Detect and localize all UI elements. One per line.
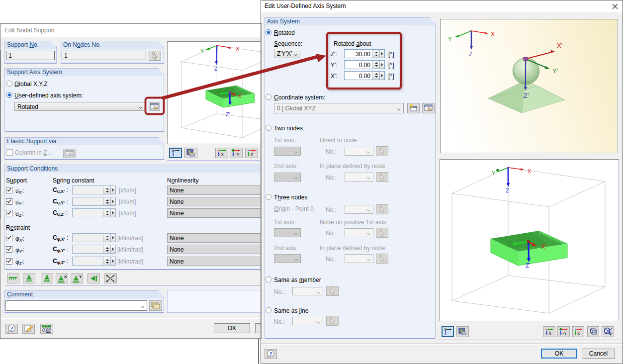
svg-text:-Y: -Y — [235, 152, 240, 157]
svg-text:0.00: 0.00 — [42, 328, 51, 333]
svg-text:Y: Y — [448, 36, 452, 43]
svg-text:X: X — [221, 152, 224, 157]
svg-text:Z': Z' — [226, 111, 230, 117]
svg-text:X: X — [491, 31, 495, 38]
svg-text:X: X — [528, 168, 532, 174]
svg-text:-Y: -Y — [562, 331, 567, 336]
svg-text:Z: Z — [469, 51, 472, 58]
svg-text:Y: Y — [200, 48, 204, 54]
svg-text:Z: Z — [214, 66, 218, 72]
svg-text:Y': Y' — [503, 241, 507, 247]
svg-text:X: X — [64, 274, 67, 279]
svg-text:Z': Z' — [526, 262, 531, 269]
svg-text:Y: Y — [79, 274, 82, 279]
svg-text:?: ? — [10, 325, 13, 332]
svg-text:Z: Z — [577, 331, 580, 336]
svg-text:Z: Z — [251, 152, 254, 157]
svg-text:X: X — [548, 331, 551, 336]
svg-text:?: ? — [269, 351, 272, 358]
svg-text:Y': Y' — [552, 67, 558, 75]
svg-text:X': X' — [557, 42, 562, 49]
svg-text:Z: Z — [506, 187, 509, 193]
svg-text:Z': Z' — [524, 92, 529, 99]
svg-text:Y: Y — [492, 170, 496, 176]
svg-text:X: X — [236, 46, 240, 52]
svg-text:X': X' — [541, 243, 546, 250]
svg-text:X': X' — [238, 93, 242, 99]
